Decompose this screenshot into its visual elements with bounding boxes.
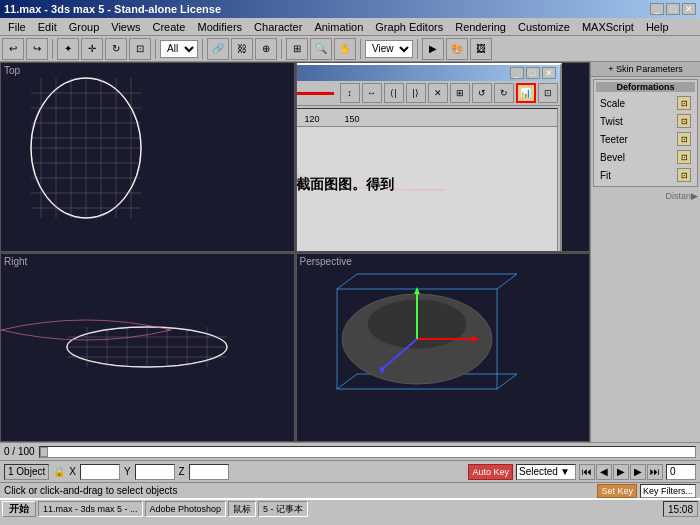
dialog-minimize[interactable]: _ <box>510 67 524 79</box>
play-button[interactable]: ▶ <box>613 464 629 480</box>
right-panel: + Skin Parameters Deformations Scale ⊡ T… <box>590 62 700 442</box>
dialog-title-buttons: _ □ ✕ <box>510 67 556 79</box>
annotation-overlay: 选择 X 轴然后去拾取顶截面图图。得到 的图形如下： <box>296 127 557 252</box>
fit-deformation-dialog: Fit Deformation(X) _ □ ✕ a ∿ ⌐ ✕ ↕ ↔ <box>296 63 562 252</box>
bevel-button-panel[interactable]: Bevel ⊡ <box>596 148 695 166</box>
dialog-red-bar <box>296 92 334 95</box>
dialog-title-bar: Fit Deformation(X) _ □ ✕ <box>296 65 560 81</box>
toolbar-separator-2 <box>155 39 156 59</box>
toolbar-separator-5 <box>360 39 361 59</box>
rotate-button[interactable]: ↻ <box>105 38 127 60</box>
dialog-tool-move-left[interactable]: ⟨| <box>384 83 404 103</box>
x-field[interactable] <box>80 464 120 480</box>
menu-character[interactable]: Character <box>248 20 308 34</box>
menu-edit[interactable]: Edit <box>32 20 63 34</box>
dialog-tool-grid[interactable]: ⊞ <box>450 83 470 103</box>
frame-handle[interactable] <box>40 447 48 457</box>
panel-scroll-right: Distan▶ <box>591 189 700 203</box>
prev-key-button[interactable]: ⏮ <box>579 464 595 480</box>
title-bar-buttons: _ □ ✕ <box>650 3 696 15</box>
next-key-button[interactable]: ⏭ <box>647 464 663 480</box>
dialog-tool-scale-h[interactable]: ↔ <box>362 83 382 103</box>
material-editor-button[interactable]: 🎨 <box>446 38 468 60</box>
z-field[interactable] <box>189 464 229 480</box>
key-filters-button[interactable]: Key Filters... <box>640 484 696 498</box>
frame-number-field[interactable]: 0 <box>666 464 696 480</box>
render-button[interactable]: ▶ <box>422 38 444 60</box>
next-frame-button[interactable]: ▶ <box>630 464 646 480</box>
set-key-controls: Set Key Key Filters... <box>597 484 696 498</box>
viewport-front[interactable]: Front Fit Deformation(X) _ □ ✕ a ∿ ⌐ ✕ <box>296 62 591 252</box>
set-key-bar: Click or click-and-drag to select object… <box>0 482 700 498</box>
selected-dropdown[interactable]: Selected ▼ <box>516 464 576 480</box>
dialog-close[interactable]: ✕ <box>542 67 556 79</box>
auto-key-button[interactable]: Auto Key <box>468 464 513 480</box>
y-field[interactable] <box>135 464 175 480</box>
close-button[interactable]: ✕ <box>682 3 696 15</box>
fit-button-panel[interactable]: Fit ⊡ <box>596 166 695 184</box>
scale-button-panel[interactable]: Scale ⊡ <box>596 94 695 112</box>
task-notepad[interactable]: 5 - 记事本 <box>258 501 308 517</box>
menu-animation[interactable]: Animation <box>308 20 369 34</box>
select-button[interactable]: ✦ <box>57 38 79 60</box>
dialog-tool-x[interactable]: ✕ <box>428 83 448 103</box>
dialog-tool-move-right[interactable]: |⟩ <box>406 83 426 103</box>
dialog-tool-flip-v[interactable]: ↻ <box>494 83 514 103</box>
car-3d-svg <box>317 269 517 429</box>
dialog-tool-move[interactable]: ↕ <box>340 83 360 103</box>
menu-rendering[interactable]: Rendering <box>449 20 512 34</box>
menu-group[interactable]: Group <box>63 20 106 34</box>
dialog-maximize[interactable]: □ <box>526 67 540 79</box>
menu-create[interactable]: Create <box>146 20 191 34</box>
zoom-button[interactable]: 🔍 <box>310 38 332 60</box>
teeter-button-panel[interactable]: Teeter ⊡ <box>596 130 695 148</box>
dialog-graph-area[interactable]: 30 20 10 0 -20 0 30 60 90 120 150 <box>296 108 558 252</box>
unlink-button[interactable]: ⛓ <box>231 38 253 60</box>
maximize-button[interactable]: □ <box>666 3 680 15</box>
toolbar-separator-6 <box>417 39 418 59</box>
zoom-extents-button[interactable]: ⊞ <box>286 38 308 60</box>
menu-customize[interactable]: Customize <box>512 20 576 34</box>
viewport-perspective[interactable]: Perspective <box>296 253 591 443</box>
graph-canvas[interactable]: 选择 X 轴然后去拾取顶截面图图。得到 的图形如下： <box>296 127 557 252</box>
dialog-tool-flip-h[interactable]: ↺ <box>472 83 492 103</box>
redo-button[interactable]: ↪ <box>26 38 48 60</box>
start-button[interactable]: 开始 <box>2 501 36 517</box>
prev-frame-button[interactable]: ◀ <box>596 464 612 480</box>
task-3dsmax[interactable]: 11.max - 3ds max 5 - ... <box>38 501 143 517</box>
toolbar-separator-3 <box>202 39 203 59</box>
twist-button-panel[interactable]: Twist ⊡ <box>596 112 695 130</box>
bevel-label: Bevel <box>600 152 625 163</box>
minimize-button[interactable]: _ <box>650 3 664 15</box>
menu-help[interactable]: Help <box>640 20 675 34</box>
undo-button[interactable]: ↩ <box>2 38 24 60</box>
menu-views[interactable]: Views <box>105 20 146 34</box>
move-button[interactable]: ✛ <box>81 38 103 60</box>
scale-button[interactable]: ⊡ <box>129 38 151 60</box>
view-dropdown[interactable]: View <box>365 40 413 58</box>
menu-graph-editors[interactable]: Graph Editors <box>369 20 449 34</box>
toolbar-separator-1 <box>52 39 53 59</box>
viewport-right[interactable]: Right <box>0 253 295 443</box>
selection-filter-dropdown[interactable]: All <box>160 40 198 58</box>
toolbar-separator-4 <box>281 39 282 59</box>
dialog-tool-extra[interactable]: ⊡ <box>538 83 558 103</box>
set-key-button[interactable]: Set Key <box>597 484 637 498</box>
task-photoshop[interactable]: Adobe Photoshop <box>145 501 227 517</box>
hint-text: Click or click-and-drag to select object… <box>4 485 177 496</box>
ruler-120: 120 <box>305 114 320 124</box>
viewport-top[interactable]: Top <box>0 62 295 252</box>
link-button[interactable]: 🔗 <box>207 38 229 60</box>
dialog-tool-graph[interactable]: 📊 <box>516 83 536 103</box>
viewport-persp-label: Perspective <box>300 256 352 267</box>
menu-modifiers[interactable]: Modifiers <box>191 20 248 34</box>
pan-button[interactable]: ✋ <box>334 38 356 60</box>
menu-bar: File Edit Group Views Create Modifiers C… <box>0 18 700 36</box>
menu-maxscript[interactable]: MAXScript <box>576 20 640 34</box>
playback-controls: ⏮ ◀ ▶ ▶ ⏭ <box>579 464 663 480</box>
task-mouse[interactable]: 鼠标 <box>228 501 256 517</box>
frame-slider[interactable] <box>39 446 696 458</box>
render-scene-button[interactable]: 🖼 <box>470 38 492 60</box>
menu-file[interactable]: File <box>2 20 32 34</box>
bind-button[interactable]: ⊕ <box>255 38 277 60</box>
